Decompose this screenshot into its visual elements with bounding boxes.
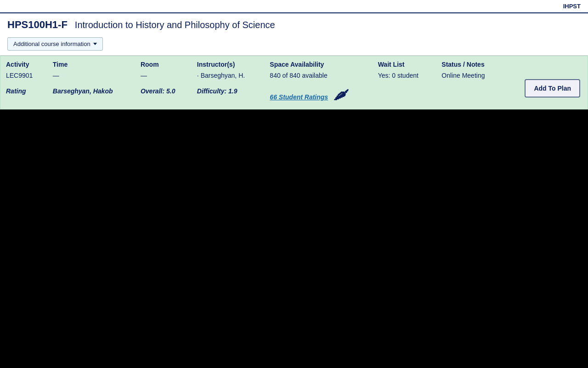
additional-info-button[interactable]: Additional course information bbox=[7, 37, 103, 51]
rating-label-cell: Rating bbox=[0, 84, 47, 109]
col-header-space: Space Availability bbox=[264, 56, 372, 70]
rating-instructor: Barseghyan, Hakob bbox=[53, 87, 113, 95]
cell-space: 840 of 840 available bbox=[264, 70, 372, 84]
cell-activity: LEC9901 bbox=[0, 70, 47, 84]
col-header-action bbox=[503, 56, 588, 70]
rating-link-cell: 66 Student Ratings 🌶 bbox=[264, 84, 372, 109]
course-header: HPS100H1-F Introduction to History and P… bbox=[0, 13, 588, 34]
rating-empty-1 bbox=[373, 84, 436, 109]
add-to-plan-cell: Add To Plan bbox=[503, 70, 588, 109]
additional-info-row: Additional course information bbox=[0, 34, 588, 56]
cell-status: Online Meeting bbox=[436, 70, 503, 84]
rating-empty-2 bbox=[436, 84, 503, 109]
table-row: LEC9901 — — · Barseghyan, H. 840 of 840 … bbox=[0, 70, 588, 84]
additional-info-label: Additional course information bbox=[13, 40, 90, 47]
rating-difficulty: Difficulty: 1.9 bbox=[197, 87, 237, 95]
col-header-activity: Activity bbox=[0, 56, 47, 70]
student-ratings-link[interactable]: 66 Student Ratings bbox=[270, 93, 328, 101]
cell-instructor: · Barseghyan, H. bbox=[192, 70, 264, 84]
rating-label: Rating bbox=[6, 87, 26, 95]
chili-pepper-icon: 🌶 bbox=[334, 87, 346, 103]
table-header-row: Activity Time Room Instructor(s) Space A… bbox=[0, 56, 588, 70]
col-header-status: Status / Notes bbox=[436, 56, 503, 70]
chevron-down-icon bbox=[93, 43, 97, 45]
rating-overall: Overall: 5.0 bbox=[141, 87, 175, 95]
cell-time: — bbox=[47, 70, 135, 84]
col-header-room: Room bbox=[135, 56, 192, 70]
course-table-wrapper: Activity Time Room Instructor(s) Space A… bbox=[0, 56, 588, 109]
rating-instructor-cell: Barseghyan, Hakob bbox=[47, 84, 135, 109]
cell-room: — bbox=[135, 70, 192, 84]
top-bar-title: IHPST bbox=[563, 3, 581, 10]
course-name: Introduction to History and Philosophy o… bbox=[75, 20, 275, 30]
col-header-instructors: Instructor(s) bbox=[192, 56, 264, 70]
col-header-waitlist: Wait List bbox=[373, 56, 436, 70]
rating-difficulty-cell: Difficulty: 1.9 bbox=[192, 84, 264, 109]
course-code: HPS100H1-F bbox=[7, 19, 68, 31]
rating-row: Rating Barseghyan, Hakob Overall: 5.0 Di… bbox=[0, 84, 588, 109]
col-header-time: Time bbox=[47, 56, 135, 70]
top-bar: IHPST bbox=[0, 0, 588, 13]
rating-overall-cell: Overall: 5.0 bbox=[135, 84, 192, 109]
course-table: Activity Time Room Instructor(s) Space A… bbox=[0, 56, 588, 109]
cell-waitlist: Yes: 0 student bbox=[373, 70, 436, 84]
add-to-plan-button[interactable]: Add To Plan bbox=[525, 79, 580, 98]
